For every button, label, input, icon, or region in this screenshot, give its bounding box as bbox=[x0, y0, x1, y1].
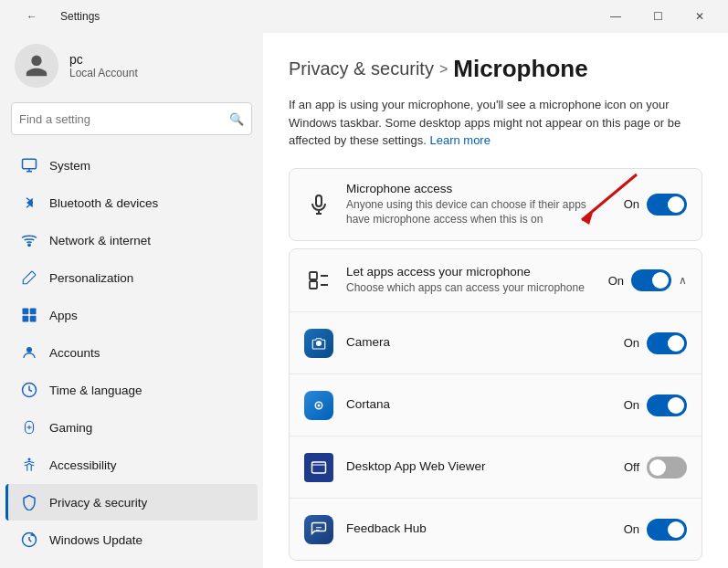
web-viewer-text: Desktop App Web Viewer bbox=[346, 459, 611, 475]
sidebar: pc Local Account 🔍 System bbox=[0, 33, 263, 568]
page-title: Microphone bbox=[453, 55, 587, 83]
microphone-access-status: On bbox=[624, 197, 639, 211]
web-viewer-title: Desktop App Web Viewer bbox=[346, 459, 611, 473]
search-icon: 🔍 bbox=[229, 112, 244, 126]
titlebar-controls: — ☐ ✕ bbox=[595, 0, 721, 33]
cortana-right: On bbox=[624, 394, 687, 416]
sidebar-item-update-label: Windows Update bbox=[49, 533, 142, 547]
accounts-icon bbox=[20, 343, 38, 362]
let-apps-access-desc: Choose which apps can access your microp… bbox=[346, 280, 596, 296]
learn-more-link[interactable]: Learn more bbox=[429, 133, 490, 147]
svg-rect-10 bbox=[316, 195, 322, 206]
web-viewer-toggle[interactable] bbox=[647, 457, 687, 479]
sidebar-item-personalization-label: Personalization bbox=[49, 271, 133, 285]
sidebar-item-privacy-label: Privacy & security bbox=[49, 496, 147, 510]
svg-point-8 bbox=[28, 458, 31, 461]
feedback-hub-status: On bbox=[624, 522, 639, 536]
accessibility-icon bbox=[20, 456, 38, 474]
apps-list-row-icon bbox=[304, 266, 333, 295]
camera-right: On bbox=[624, 332, 687, 354]
titlebar-title: Settings bbox=[60, 10, 100, 23]
system-icon bbox=[20, 156, 38, 174]
sidebar-item-accessibility[interactable]: Accessibility bbox=[5, 447, 258, 483]
camera-title: Camera bbox=[346, 335, 611, 349]
camera-row: Camera On bbox=[290, 311, 702, 373]
page-description: If an app is using your microphone, you'… bbox=[289, 96, 702, 150]
toggle-thumb-3 bbox=[668, 335, 684, 352]
main-layout: pc Local Account 🔍 System bbox=[0, 33, 728, 568]
let-apps-access-row: Let apps access your microphone Choose w… bbox=[290, 249, 702, 311]
svg-rect-5 bbox=[30, 316, 37, 322]
search-input[interactable] bbox=[19, 112, 229, 126]
sidebar-item-apps[interactable]: Apps bbox=[5, 297, 258, 333]
toggle-thumb bbox=[668, 196, 684, 213]
search-box[interactable]: 🔍 bbox=[11, 102, 252, 135]
camera-app-icon bbox=[304, 329, 333, 358]
minimize-button[interactable]: — bbox=[595, 0, 637, 33]
sidebar-item-time[interactable]: Time & language bbox=[5, 372, 258, 408]
sidebar-item-bluetooth[interactable]: Bluetooth & devices bbox=[5, 184, 258, 221]
avatar bbox=[15, 44, 58, 88]
user-profile[interactable]: pc Local Account bbox=[0, 33, 263, 102]
feedback-app-icon bbox=[304, 515, 333, 544]
camera-toggle[interactable] bbox=[647, 332, 687, 354]
sidebar-item-apps-label: Apps bbox=[49, 309, 78, 322]
cortana-status: On bbox=[624, 398, 639, 412]
let-apps-access-toggle[interactable] bbox=[631, 269, 671, 291]
sidebar-item-personalization[interactable]: Personalization bbox=[5, 259, 258, 296]
microphone-row-icon bbox=[304, 190, 333, 219]
feedback-hub-text: Feedback Hub bbox=[346, 521, 611, 537]
web-viewer-app-icon bbox=[304, 453, 333, 482]
sidebar-item-gaming[interactable]: Gaming bbox=[5, 409, 258, 446]
titlebar: ← Settings — ☐ ✕ bbox=[0, 0, 728, 33]
time-icon bbox=[20, 381, 38, 399]
user-type: Local Account bbox=[69, 67, 138, 79]
feedback-hub-right: On bbox=[624, 519, 687, 541]
microphone-access-text: Microphone access Anyone using this devi… bbox=[346, 182, 611, 228]
sidebar-item-system-label: System bbox=[49, 159, 90, 173]
sidebar-item-system[interactable]: System bbox=[5, 147, 258, 184]
microphone-access-card: Microphone access Anyone using this devi… bbox=[289, 168, 702, 242]
let-apps-expand-chevron[interactable]: ∧ bbox=[679, 274, 687, 287]
sidebar-item-network[interactable]: Network & internet bbox=[5, 222, 258, 258]
user-info: pc Local Account bbox=[69, 52, 138, 79]
back-button[interactable]: ← bbox=[11, 0, 53, 33]
svg-point-1 bbox=[28, 244, 30, 246]
microphone-access-desc: Anyone using this device can choose if t… bbox=[346, 197, 611, 228]
gaming-icon bbox=[20, 418, 38, 437]
camera-status: On bbox=[624, 336, 639, 350]
microphone-access-right: On bbox=[624, 194, 687, 216]
svg-point-6 bbox=[26, 347, 32, 352]
sidebar-item-network-label: Network & internet bbox=[49, 234, 151, 247]
breadcrumb-separator: > bbox=[439, 61, 448, 78]
sidebar-item-accessibility-label: Accessibility bbox=[49, 458, 117, 472]
web-viewer-row: Desktop App Web Viewer Off bbox=[290, 436, 702, 498]
microphone-access-title: Microphone access bbox=[346, 182, 611, 195]
cortana-toggle[interactable] bbox=[647, 394, 687, 416]
breadcrumb-parent[interactable]: Privacy & security bbox=[289, 58, 434, 79]
sidebar-item-update[interactable]: Windows Update bbox=[5, 521, 258, 558]
microphone-access-toggle[interactable] bbox=[647, 194, 687, 216]
user-name: pc bbox=[69, 52, 138, 67]
sidebar-item-accounts-label: Accounts bbox=[49, 346, 100, 360]
feedback-hub-row: Feedback Hub On bbox=[290, 498, 702, 560]
sidebar-item-privacy[interactable]: Privacy & security bbox=[5, 484, 258, 521]
svg-rect-12 bbox=[310, 281, 317, 289]
network-icon bbox=[20, 231, 38, 249]
svg-rect-3 bbox=[30, 309, 37, 315]
sidebar-item-accounts[interactable]: Accounts bbox=[5, 334, 258, 371]
let-apps-access-right: On ∧ bbox=[608, 269, 687, 291]
cortana-text: Cortana bbox=[346, 397, 611, 413]
web-viewer-right: Off bbox=[624, 457, 687, 479]
microphone-access-row: Microphone access Anyone using this devi… bbox=[290, 169, 702, 241]
close-button[interactable]: ✕ bbox=[679, 0, 721, 33]
let-apps-access-text: Let apps access your microphone Choose w… bbox=[346, 265, 596, 296]
web-viewer-status: Off bbox=[624, 460, 639, 474]
maximize-button[interactable]: ☐ bbox=[637, 0, 679, 33]
personalization-icon bbox=[20, 268, 38, 287]
sidebar-nav: System Bluetooth & devices bbox=[0, 146, 263, 559]
breadcrumb: Privacy & security > Microphone bbox=[289, 55, 702, 83]
feedback-hub-title: Feedback Hub bbox=[346, 521, 611, 535]
feedback-hub-toggle[interactable] bbox=[647, 519, 687, 541]
let-apps-access-title: Let apps access your microphone bbox=[346, 265, 596, 279]
